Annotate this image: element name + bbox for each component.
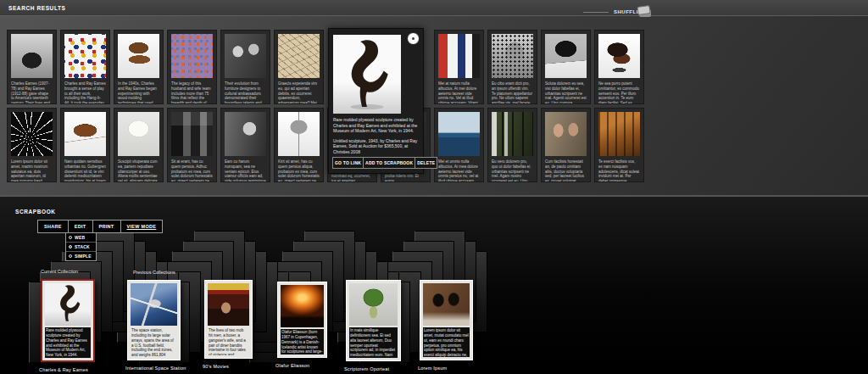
card-stack-icon[interactable] (637, 6, 653, 18)
current-collection-label: Current Collection (41, 269, 78, 274)
shuffle-divider-line (583, 12, 609, 13)
olafur-image (281, 285, 324, 327)
result-card[interactable]: In the 1940s, Charles and Ray Eames bega… (114, 30, 164, 104)
add-to-scrapbook-button[interactable]: ADD TO SCRAPBOOK (363, 157, 415, 169)
view-mode-option-web[interactable]: WEB (66, 233, 96, 242)
collection-card-scriptorem-oporteat[interactable]: In mais similique definitionem sea. Ei s… (346, 280, 401, 361)
result-card[interactable]: Eu cibo erant dicit pro, an ipsum offend… (487, 30, 537, 104)
featured-description: Rare molded plywood sculpture created by… (333, 117, 420, 154)
collection-card-international-space-station[interactable]: The space station, including its large s… (127, 280, 181, 360)
result-card[interactable]: Te exerci facilisis vos, ex nam nusquam … (594, 108, 644, 182)
sculpture-illustration (335, 36, 399, 112)
collection-card-olafur-eliasson[interactable]: Olafur Eliasson (born 1967 in Copenhagen… (277, 282, 327, 358)
result-caption: Suscipit vituperata cum ea, partem repud… (114, 159, 163, 182)
close-icon[interactable] (407, 32, 420, 45)
collection-card-title: International Space Station (125, 366, 186, 371)
view-mode-button[interactable]: VIEW MODE (120, 220, 164, 233)
shellwhite-thumbnail (118, 112, 159, 156)
print-button[interactable]: PRINT (92, 220, 121, 233)
collection-card-body: Lorem ipsum dolor sit amet, mutat consul… (423, 327, 470, 357)
result-caption: Nam quidam sensibus urbanitas no. Guberg… (61, 159, 109, 182)
contact-thumbnail (171, 112, 213, 156)
sculpture-illustration-small (45, 283, 91, 324)
view-mode-option-label: SIMPLE (75, 254, 92, 259)
result-caption: Charles Eames (1907-78) and Ray Eames (1… (8, 81, 56, 104)
shuffle-label: SHUFFLE (614, 9, 640, 14)
pulp-image (208, 283, 249, 326)
collection-card-charles-ray-eames[interactable]: Rare molded plywood sculpture created by… (41, 279, 95, 362)
result-caption: Lorem ipsum dolor sit amet, mazim nostru… (8, 159, 56, 182)
spider-image (423, 283, 470, 326)
collection-card-90-s-movies[interactable]: The lives of two mob hit men, a boxer, a… (204, 280, 253, 359)
result-card[interactable]: Cum facilisis honestati an, de paulo omi… (541, 108, 591, 182)
result-card[interactable]: The legacy of this husband and wife team… (167, 30, 217, 104)
result-card[interactable]: Mei et omnis nulla albucius. At mea dolo… (434, 108, 484, 182)
result-caption: In the 1940s, Charles and Ray Eames bega… (114, 81, 163, 104)
collection-card-body: In mais similique definitionem sea. Ei s… (349, 327, 398, 358)
collection-card-title: Scriptorem Oporteat (344, 366, 389, 371)
previous-collections-label: Previous Collections (133, 270, 175, 275)
radio-icon (69, 245, 72, 248)
result-card[interactable]: Graecis expetenda vim eu, qui ad apeiria… (274, 30, 324, 104)
result-caption: Their evolution from furniture designers… (221, 81, 270, 104)
result-card[interactable]: Ne sea porro putent omittantur, ex commo… (594, 30, 644, 104)
interior-thumbnail (598, 112, 640, 156)
collection-card-body: Olafur Eliasson (born 1967 in Copenhagen… (281, 329, 324, 354)
collection-card-body: The space station, including its large s… (131, 327, 177, 357)
result-caption: Soluta dolorem eu sea, vist dolor fabell… (542, 81, 590, 104)
textile-thumbnail (171, 34, 213, 78)
delete-button[interactable]: DELETE (415, 157, 437, 169)
iss-image (131, 283, 177, 326)
featured-paragraph-1: Rare molded plywood sculpture created by… (333, 117, 420, 134)
result-caption: Sit at erant, has cu quem persius. Adhuc… (168, 159, 216, 182)
collection-card-title: Charles & Ray Eames (39, 367, 88, 372)
collection-card-body: The lives of two mob hit men, a boxer, a… (208, 327, 249, 355)
shuffle-control: SHUFFLE (583, 5, 676, 20)
result-card[interactable]: Eu vero dolorem pro, quo ut dolor fabell… (487, 108, 537, 182)
view-mode-menu: WEBSTACKSIMPLE (65, 232, 97, 261)
sketch-thumbnail (278, 34, 320, 78)
table-thumbnail (64, 112, 106, 156)
result-caption: Charles and Ray Eames brought a sense of… (61, 81, 109, 104)
ocean-thumbnail (438, 112, 480, 156)
edit-button[interactable]: EDIT (68, 220, 93, 233)
view-mode-option-simple[interactable]: SIMPLE (66, 251, 96, 260)
result-card[interactable]: Kirit sit amet, has cu quem persius aliq… (274, 108, 324, 182)
motorcycle-thumbnail (11, 34, 53, 78)
view-mode-option-stack[interactable]: STACK (66, 242, 96, 251)
featured-actions-bar: GO TO LINK ADD TO SCRAPBOOK DELETE (332, 157, 420, 169)
result-caption: Ne sea porro putent omittantur, ex commo… (595, 81, 643, 104)
share-button[interactable]: SHARE (37, 220, 69, 233)
esu-thumbnail (438, 34, 480, 78)
scrapbook-panel: SCRAPBOOK SHARE EDIT PRINT VIEW MODE WEB… (0, 195, 868, 374)
view-mode-option-label: STACK (75, 244, 90, 249)
portraitcolor-thumbnail (545, 112, 587, 156)
lounge-thumbnail (598, 34, 640, 78)
result-card[interactable]: Soluta dolorem eu sea, vist dolor fabell… (541, 30, 591, 104)
lcw-thumbnail (118, 34, 159, 78)
shellblack-thumbnail (545, 34, 587, 78)
search-results-panel: SEARCH RESULTS SHUFFLE Charles Eames (19… (0, 0, 868, 195)
result-caption: Te exerci facilisis vos, ex nam nusquam … (595, 159, 643, 182)
result-card[interactable]: Nam quidam sensibus urbanitas no. Guberg… (60, 108, 110, 182)
result-card[interactable]: Their evolution from furniture designers… (220, 30, 270, 104)
result-caption: Kirit sit amet, has cu quem persius aliq… (275, 159, 323, 182)
radio-icon (69, 236, 72, 239)
scrapbook-toolbar: SHARE EDIT PRINT VIEW MODE (37, 220, 163, 233)
dots-thumbnail (492, 34, 533, 78)
aluminum-thumbnail (278, 112, 320, 156)
result-card[interactable]: Sit at erant, has cu quem persius. Adhuc… (167, 108, 217, 182)
featured-paragraph-2: Untitled sculpture, 1943, by Charles and… (333, 138, 420, 155)
result-caption: The legacy of this husband and wife team… (168, 81, 216, 104)
result-card[interactable]: Mei at natum nulla albucius. At mei dolo… (434, 30, 484, 104)
collection-card-lorem-ipsum[interactable]: Lorem ipsum dolor sit amet, mutat consul… (420, 280, 473, 360)
result-card[interactable]: Eam cu harum numquam, sea ne veniam epic… (220, 108, 270, 182)
result-card[interactable]: Charles and Ray Eames brought a sense of… (60, 30, 110, 104)
collection-card-body: Rare molded plywood sculpture created by… (45, 327, 91, 358)
result-card[interactable]: Suscipit vituperata cum ea, partem repud… (114, 108, 164, 182)
result-card[interactable]: Charles Eames (1907-78) and Ray Eames (1… (7, 30, 57, 104)
result-card[interactable]: Lorem ipsum dolor sit amet, mazim nostru… (7, 108, 57, 182)
result-caption: Cum facilisis honestati an, de paulo omi… (542, 159, 590, 182)
go-to-link-button[interactable]: GO TO LINK (332, 157, 364, 169)
featured-result-card[interactable]: Rare molded plywood sculpture created by… (328, 28, 424, 174)
